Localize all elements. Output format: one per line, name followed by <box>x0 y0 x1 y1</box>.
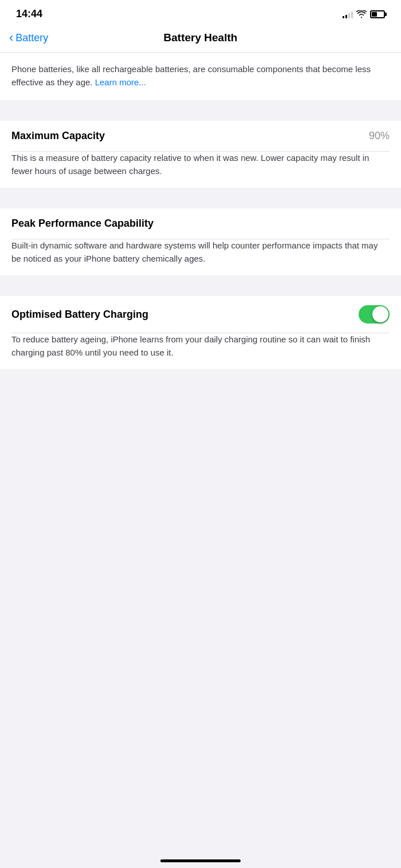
gap-5 <box>0 390 401 411</box>
peak-performance-section: Peak Performance Capability Built-in dyn… <box>0 208 401 275</box>
back-label: Battery <box>15 32 48 44</box>
gap-10 <box>0 493 401 514</box>
optimised-charging-description: To reduce battery ageing, iPhone learns … <box>0 333 401 369</box>
gap-8 <box>0 452 401 472</box>
intro-description: Phone batteries, like all rechargeable b… <box>0 53 401 100</box>
gap-9 <box>0 472 401 493</box>
signal-bar-2 <box>345 15 347 18</box>
content: Phone batteries, like all rechargeable b… <box>0 53 401 555</box>
status-bar: 14:44 <box>0 0 401 26</box>
signal-bar-3 <box>348 13 350 18</box>
learn-more-link[interactable]: Learn more... <box>95 77 146 87</box>
peak-performance-description: Built-in dynamic software and hardware s… <box>0 239 401 275</box>
signal-bar-4 <box>351 11 353 18</box>
signal-bar-1 <box>343 16 344 18</box>
back-button[interactable]: ‹ Battery <box>9 31 48 44</box>
page-title: Battery Health <box>164 31 238 44</box>
home-indicator[interactable] <box>160 859 241 862</box>
toggle-knob <box>372 306 388 322</box>
maximum-capacity-label: Maximum Capacity <box>11 130 105 142</box>
optimised-charging-row: Optimised Battery Charging <box>0 296 401 333</box>
maximum-capacity-row: Maximum Capacity 90% <box>0 121 401 151</box>
optimised-charging-section: Optimised Battery Charging To reduce bat… <box>0 296 401 369</box>
signal-icon <box>343 10 353 18</box>
battery-icon <box>370 10 385 18</box>
optimised-charging-toggle[interactable] <box>359 305 390 323</box>
gap-7 <box>0 431 401 452</box>
gap-1 <box>0 100 401 121</box>
gap-4 <box>0 369 401 390</box>
status-time: 14:44 <box>16 8 42 20</box>
maximum-capacity-section: Maximum Capacity 90% This is a measure o… <box>0 121 401 188</box>
gap-11 <box>0 514 401 534</box>
maximum-capacity-value: 90% <box>369 130 390 142</box>
optimised-charging-label: Optimised Battery Charging <box>11 309 148 321</box>
gap-6 <box>0 411 401 431</box>
back-chevron-icon: ‹ <box>9 31 13 44</box>
gap-2 <box>0 188 401 208</box>
maximum-capacity-description: This is a measure of battery capacity re… <box>0 152 401 188</box>
peak-performance-label: Peak Performance Capability <box>11 218 154 230</box>
wifi-icon <box>356 10 367 18</box>
battery-fill <box>372 12 377 17</box>
gap-12 <box>0 534 401 555</box>
intro-section: Phone batteries, like all rechargeable b… <box>0 53 401 100</box>
gap-3 <box>0 275 401 296</box>
peak-performance-row: Peak Performance Capability <box>0 208 401 239</box>
nav-bar: ‹ Battery Battery Health <box>0 26 401 53</box>
status-icons <box>343 10 385 18</box>
